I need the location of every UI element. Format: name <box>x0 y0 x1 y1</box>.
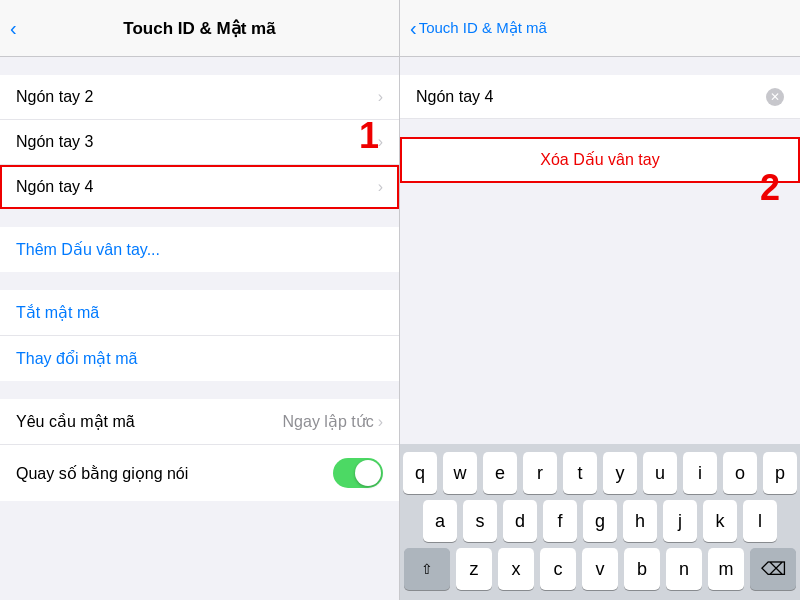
finger-3-label: Ngón tay 3 <box>16 133 93 151</box>
left-content: Ngón tay 2 › Ngón tay 3 › Ngón tay 4 › T… <box>0 57 399 600</box>
right-back-button[interactable]: ‹ Touch ID & Mật mã <box>410 18 547 38</box>
shift-key[interactable]: ⇧ <box>404 548 450 590</box>
name-input-row[interactable]: ✕ <box>400 75 800 119</box>
key-f[interactable]: f <box>543 500 577 542</box>
key-b[interactable]: b <box>624 548 660 590</box>
chevron-icon: › <box>378 413 383 431</box>
key-s[interactable]: s <box>463 500 497 542</box>
keyboard-row-3: ⇧ z x c v b n m ⌫ <box>404 548 796 590</box>
finger-2-label: Ngón tay 2 <box>16 88 93 106</box>
turn-off-passcode-label: Tắt mật mã <box>16 303 99 322</box>
chevron-icon: › <box>378 88 383 106</box>
finger-4-row[interactable]: Ngón tay 4 › <box>0 165 399 209</box>
finger-4-label: Ngón tay 4 <box>16 178 93 196</box>
settings-section: Yêu cầu mật mã Ngay lập tức › Quay số bằ… <box>0 399 399 501</box>
clear-input-button[interactable]: ✕ <box>766 88 784 106</box>
key-m[interactable]: m <box>708 548 744 590</box>
fingerprint-name-input[interactable] <box>416 88 766 106</box>
require-passcode-label: Yêu cầu mật mã <box>16 412 135 431</box>
voice-dial-label: Quay số bằng giọng nói <box>16 464 188 483</box>
key-w[interactable]: w <box>443 452 477 494</box>
toggle-knob <box>355 460 381 486</box>
delete-fingerprint-row[interactable]: Xóa Dấu vân tay <box>400 137 800 183</box>
right-panel: ‹ Touch ID & Mật mã ✕ Xóa Dấu vân tay 2 … <box>400 0 800 600</box>
turn-off-passcode-row[interactable]: Tắt mật mã <box>0 290 399 336</box>
voice-dial-toggle[interactable] <box>333 458 383 488</box>
require-passcode-value: Ngay lập tức › <box>283 412 383 431</box>
add-fingerprint-row[interactable]: Thêm Dấu vân tay... <box>0 227 399 272</box>
left-nav-bar: ‹ Touch ID & Mật mã <box>0 0 399 57</box>
right-nav-bar: ‹ Touch ID & Mật mã <box>400 0 800 57</box>
key-d[interactable]: d <box>503 500 537 542</box>
key-p[interactable]: p <box>763 452 797 494</box>
chevron-icon: › <box>378 133 383 151</box>
finger-2-row[interactable]: Ngón tay 2 › <box>0 75 399 120</box>
key-u[interactable]: u <box>643 452 677 494</box>
key-a[interactable]: a <box>423 500 457 542</box>
key-q[interactable]: q <box>403 452 437 494</box>
key-y[interactable]: y <box>603 452 637 494</box>
passcode-section: Tắt mật mã Thay đổi mật mã <box>0 290 399 381</box>
voice-dial-row[interactable]: Quay số bằng giọng nói <box>0 445 399 501</box>
right-content: ✕ Xóa Dấu vân tay 2 q w e r t y u i o p <box>400 57 800 600</box>
key-k[interactable]: k <box>703 500 737 542</box>
add-fingerprint-section: Thêm Dấu vân tay... <box>0 227 399 272</box>
input-section: ✕ <box>400 75 800 119</box>
left-back-button[interactable]: ‹ <box>10 18 19 38</box>
delete-section: Xóa Dấu vân tay <box>400 137 800 183</box>
fingerprints-section: Ngón tay 2 › Ngón tay 3 › Ngón tay 4 › <box>0 75 399 209</box>
left-nav-title: Touch ID & Mật mã <box>123 18 275 39</box>
key-h[interactable]: h <box>623 500 657 542</box>
right-back-label: Touch ID & Mật mã <box>419 19 547 37</box>
key-x[interactable]: x <box>498 548 534 590</box>
backspace-key[interactable]: ⌫ <box>750 548 796 590</box>
chevron-icon: › <box>378 178 383 196</box>
back-chevron-icon: ‹ <box>410 18 417 38</box>
keyboard-row-2: a s d f g h j k l <box>404 500 796 542</box>
keyboard: q w e r t y u i o p a s d f g h j k <box>400 444 800 600</box>
finger-3-row[interactable]: Ngón tay 3 › <box>0 120 399 165</box>
change-passcode-row[interactable]: Thay đổi mật mã <box>0 336 399 381</box>
key-l[interactable]: l <box>743 500 777 542</box>
key-j[interactable]: j <box>663 500 697 542</box>
key-t[interactable]: t <box>563 452 597 494</box>
key-r[interactable]: r <box>523 452 557 494</box>
key-c[interactable]: c <box>540 548 576 590</box>
key-i[interactable]: i <box>683 452 717 494</box>
left-panel: ‹ Touch ID & Mật mã Ngón tay 2 › Ngón ta… <box>0 0 400 600</box>
key-g[interactable]: g <box>583 500 617 542</box>
key-n[interactable]: n <box>666 548 702 590</box>
delete-fingerprint-label: Xóa Dấu vân tay <box>540 150 659 169</box>
key-z[interactable]: z <box>456 548 492 590</box>
back-chevron-icon: ‹ <box>10 18 17 38</box>
key-o[interactable]: o <box>723 452 757 494</box>
keyboard-row-1: q w e r t y u i o p <box>404 452 796 494</box>
key-v[interactable]: v <box>582 548 618 590</box>
change-passcode-label: Thay đổi mật mã <box>16 349 137 368</box>
key-e[interactable]: e <box>483 452 517 494</box>
require-passcode-row[interactable]: Yêu cầu mật mã Ngay lập tức › <box>0 399 399 445</box>
add-fingerprint-label: Thêm Dấu vân tay... <box>16 240 160 259</box>
